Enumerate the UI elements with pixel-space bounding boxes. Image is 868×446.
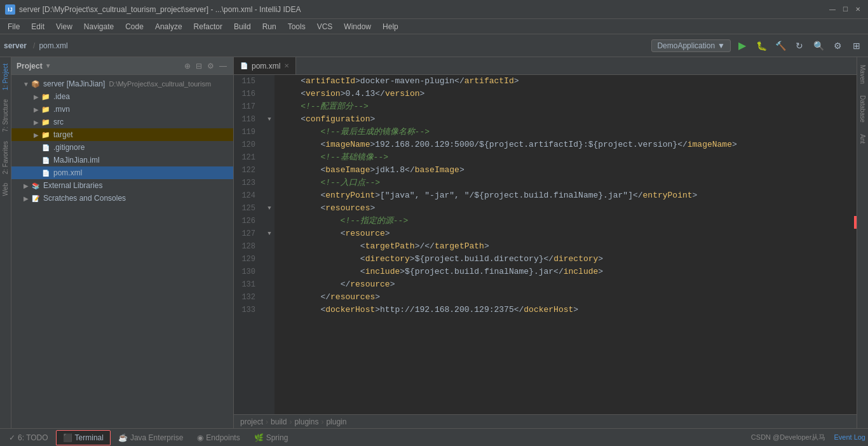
bc-project[interactable]: project <box>240 417 263 426</box>
tree-label-src: src <box>53 118 64 126</box>
tree-item-src[interactable]: ▶ 📁 src <box>11 116 233 128</box>
sync-button[interactable]: ↻ <box>792 38 807 53</box>
line-num-124: 124 <box>234 189 259 202</box>
bottom-tab-spring[interactable]: 🌿 Spring <box>248 430 295 445</box>
fold-125[interactable]: ▼ <box>264 202 275 215</box>
endpoints-icon: ◉ <box>197 433 203 442</box>
tree-arrow-mvn: ▶ <box>32 106 41 113</box>
tree-item-iml[interactable]: ▶ 📄 MaJinJian.iml <box>11 154 233 166</box>
fold-126 <box>264 215 275 227</box>
menu-item-run[interactable]: Run <box>257 21 281 32</box>
sidebar-tab-structure[interactable]: 7: Structure <box>1 95 10 136</box>
close-button[interactable]: ✕ <box>853 4 863 15</box>
panel-header-icons: ⊕ ⊟ ⚙ — <box>183 60 228 72</box>
toolbar: server / pom.xml DemoApplication ▼ ▶ 🐛 🔨… <box>0 34 868 57</box>
line-num-133: 133 <box>234 304 259 316</box>
line-num-131: 131 <box>234 278 259 291</box>
tree-label-pomxml: pom.xml <box>53 168 82 177</box>
menu-item-refactor[interactable]: Refactor <box>189 21 227 32</box>
search-button[interactable]: 🔍 <box>811 38 826 53</box>
line-num-118: 118 <box>234 113 259 126</box>
project-panel: Project ▼ ⊕ ⊟ ⚙ — ▼ 📦 server [MaJinJian]… <box>11 57 234 428</box>
tree-arrow-src: ▶ <box>32 119 41 126</box>
menu-item-code[interactable]: Code <box>120 21 149 32</box>
build-button[interactable]: 🔨 <box>773 38 788 53</box>
minimize-button[interactable]: — <box>827 4 837 15</box>
code-line-124: <entryPoint>["java", "-jar", "/${project… <box>281 189 857 202</box>
panel-locate-icon[interactable]: ⊕ <box>183 60 192 72</box>
run-button[interactable]: ▶ <box>735 38 750 53</box>
editor-tab-pomxml[interactable]: 📄 pom.xml ✕ <box>234 57 296 75</box>
menu-item-help[interactable]: Help <box>377 21 403 32</box>
menu-item-analyze[interactable]: Analyze <box>150 21 187 32</box>
bottom-tab-endpoints[interactable]: ◉ Endpoints <box>191 430 246 445</box>
code-line-120: <imageName>192.168.200.129:5000/${projec… <box>281 139 857 151</box>
tab-close-pomxml[interactable]: ✕ <box>284 62 289 69</box>
endpoints-label: Endpoints <box>206 433 240 442</box>
menu-item-build[interactable]: Build <box>229 21 256 32</box>
settings-button[interactable]: ⚙ <box>830 38 845 53</box>
tree-item-root[interactable]: ▼ 📦 server [MaJinJian] D:\MyProject\sx_c… <box>11 78 233 90</box>
code-lines[interactable]: <artifactId>docker-maven-plugin</artifac… <box>275 75 857 414</box>
menu-item-navigate[interactable]: Navigate <box>79 21 119 32</box>
sidebar-tab-web[interactable]: Web <box>1 179 10 199</box>
spring-icon: 🌿 <box>254 433 264 442</box>
tree-label-mvn: .mvn <box>53 105 70 114</box>
java-enterprise-icon: ☕ <box>118 433 128 442</box>
code-line-127: <resource> <box>281 227 857 240</box>
tree-item-external-libs[interactable]: ▶ 📚 External Libraries <box>11 179 233 192</box>
right-tab-maven[interactable]: Maven <box>858 60 867 89</box>
layout-button[interactable]: ⊞ <box>849 38 864 53</box>
line-num-120: 120 <box>234 139 259 151</box>
line-num-125: 125 <box>234 202 259 215</box>
tree-item-mvn[interactable]: ▶ 📁 .mvn <box>11 103 233 116</box>
tree-arrow-target: ▶ <box>32 132 41 139</box>
code-editor: 115 116 117 118 119 120 121 122 123 124 … <box>234 75 857 428</box>
debug-button[interactable]: 🐛 <box>754 38 769 53</box>
tree-label-root: server [MaJinJian] <box>43 79 105 88</box>
menu-item-file[interactable]: File <box>3 21 25 32</box>
bc-plugins[interactable]: plugins <box>294 417 318 426</box>
maximize-button[interactable]: ☐ <box>840 4 850 15</box>
folder-icon-ext: 📚 <box>31 180 41 191</box>
right-tab-database[interactable]: Database <box>858 90 867 128</box>
bottom-tab-terminal[interactable]: ⬛ Terminal <box>56 430 111 445</box>
run-config-button[interactable]: DemoApplication ▼ <box>651 39 731 52</box>
tree-label-target: target <box>53 130 73 139</box>
panel-settings-icon[interactable]: ⚙ <box>206 60 215 72</box>
java-enterprise-label: Java Enterprise <box>130 433 183 442</box>
fold-127[interactable]: ▼ <box>264 227 275 240</box>
menu-item-vcs[interactable]: VCS <box>312 21 338 32</box>
panel-close-icon[interactable]: — <box>218 60 228 72</box>
file-icon-iml: 📄 <box>41 155 51 165</box>
code-content[interactable]: 115 116 117 118 119 120 121 122 123 124 … <box>234 75 857 414</box>
bc-plugin[interactable]: plugin <box>326 417 346 426</box>
panel-collapse-icon[interactable]: ⊟ <box>194 60 203 72</box>
bottom-tab-todo[interactable]: ✓ 6: TODO <box>3 430 55 445</box>
line-num-123: 123 <box>234 177 259 189</box>
bottom-tab-java-enterprise[interactable]: ☕ Java Enterprise <box>112 430 189 445</box>
tree-item-gitignore[interactable]: ▶ 📄 .gitignore <box>11 141 233 154</box>
fold-120 <box>264 139 275 151</box>
terminal-icon: ⬛ <box>63 433 72 442</box>
tree-item-target[interactable]: ▶ 📁 target <box>11 128 233 141</box>
code-line-129: <directory>${project.build.directory}</d… <box>281 253 857 266</box>
right-tab-ant[interactable]: Ant <box>858 129 867 149</box>
bc-build[interactable]: build <box>271 417 287 426</box>
status-right-text: CSDN @Developer从马 <box>751 433 826 441</box>
sidebar-tab-favorites[interactable]: 2: Favorites <box>1 137 10 178</box>
menu-item-view[interactable]: View <box>51 21 78 32</box>
menu-item-edit[interactable]: Edit <box>26 21 50 32</box>
app-icon: IJ <box>5 4 15 15</box>
status-bar-right: CSDN @Developer从马 Event Log <box>751 433 865 442</box>
event-log-link[interactable]: Event Log <box>834 433 865 441</box>
tree-item-idea[interactable]: ▶ 📁 .idea <box>11 90 233 103</box>
fold-117 <box>264 100 275 113</box>
tree-item-scratches[interactable]: ▶ 📝 Scratches and Consoles <box>11 192 233 205</box>
tree-item-pomxml[interactable]: ▶ 📄 pom.xml <box>11 166 233 179</box>
folder-icon-mvn: 📁 <box>41 104 51 114</box>
fold-118[interactable]: ▼ <box>264 113 275 126</box>
menu-item-tools[interactable]: Tools <box>283 21 311 32</box>
sidebar-tab-project[interactable]: 1: Project <box>1 60 10 94</box>
menu-item-window[interactable]: Window <box>339 21 376 32</box>
